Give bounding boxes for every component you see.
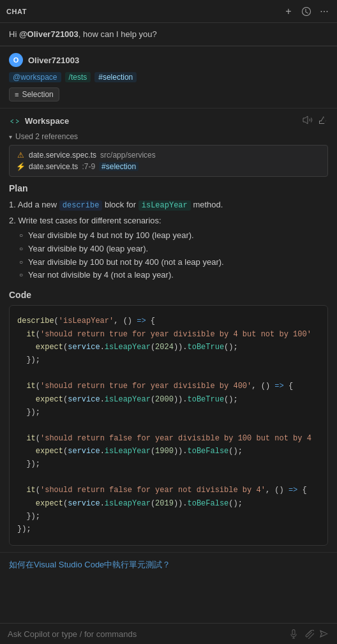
code-block: describe('isLeapYear', () => { it('shoul… xyxy=(9,305,328,546)
sub-item-4: Year not divisible by 4 (not a leap year… xyxy=(19,269,328,282)
sub-list: Year divisible by 4 but not by 100 (leap… xyxy=(9,229,328,282)
plan-num-1: 1. Add a new xyxy=(9,200,59,209)
chat-title: CHAT xyxy=(6,8,27,15)
microphone-icon[interactable] xyxy=(288,629,299,639)
history-icon[interactable] xyxy=(300,5,313,18)
sub-item-3: Year divisible by 100 but not by 400 (no… xyxy=(19,256,328,269)
plan-list: 1. Add a new describe block for isLeapYe… xyxy=(9,198,328,282)
warning-icon: ⚠ xyxy=(16,151,25,160)
code-title: Code xyxy=(9,290,328,300)
avatar: O xyxy=(9,53,23,67)
workspace-code-icon xyxy=(9,116,20,127)
plan-text-1c: method. xyxy=(191,200,223,209)
chevron-icon: ▾ xyxy=(9,133,12,140)
ref-tag-selection: #selection xyxy=(99,162,139,171)
ref-item-2[interactable]: ⚡ date.service.ts :7-9 #selection xyxy=(16,161,321,172)
ref-extra-1: src/app/services xyxy=(100,151,156,160)
tag-tests[interactable]: /tests xyxy=(65,72,91,82)
plan-text-1b: block for xyxy=(102,200,138,209)
selection-label: Selection xyxy=(22,90,53,99)
chat-header: CHAT + ··· xyxy=(0,0,337,23)
plan-title: Plan xyxy=(9,183,328,193)
user-info: O Oliver721003 xyxy=(9,53,328,67)
workspace-title: Workspace xyxy=(9,116,69,127)
workspace-header: Workspace xyxy=(9,115,328,127)
more-options-icon[interactable]: ··· xyxy=(318,5,331,18)
sub-item-1: Year divisible by 4 but not by 100 (leap… xyxy=(19,229,328,243)
ref-filename-1: date.service.spec.ts xyxy=(29,151,96,160)
sub-item-2: Year divisible by 400 (leap year). xyxy=(19,243,328,256)
tag-workspace[interactable]: @workspace xyxy=(9,72,61,82)
welcome-message: Hi @Oliver721003, how can I help you? xyxy=(0,23,337,46)
plan-num-2: 2. Write test cases for different scenar… xyxy=(9,216,161,225)
workspace-block: Workspace ▾ Used 2 references ⚠ date.se xyxy=(0,109,337,552)
username-label: Oliver721003 xyxy=(28,56,79,65)
chat-input[interactable] xyxy=(8,629,283,639)
user-message-block: O Oliver721003 @workspace /tests #select… xyxy=(0,47,337,108)
header-actions: + ··· xyxy=(282,5,331,18)
references-toggle[interactable]: ▾ Used 2 references xyxy=(9,132,328,141)
describe-code: describe xyxy=(59,200,103,211)
help-link[interactable]: 如何在Visual Studio Code中執行單元測試？ xyxy=(9,560,170,569)
workspace-actions xyxy=(303,115,328,127)
input-bar xyxy=(0,623,337,644)
code-section: Code describe('isLeapYear', () => { it('… xyxy=(9,290,328,546)
user-tags: @workspace /tests #selection xyxy=(9,72,328,82)
workspace-name: Workspace xyxy=(25,116,69,126)
attach-icon[interactable] xyxy=(304,629,314,639)
plan-item-1: 1. Add a new describe block for isLeapYe… xyxy=(9,198,328,212)
bolt-icon: ⚡ xyxy=(16,162,25,171)
references-section: ▾ Used 2 references ⚠ date.service.spec.… xyxy=(9,132,328,177)
ref-extra-2: :7-9 xyxy=(82,162,95,171)
selection-badge: ≡ Selection xyxy=(9,87,59,101)
references-list: ⚠ date.service.spec.ts src/app/services … xyxy=(9,145,328,177)
ref-item-1[interactable]: ⚠ date.service.spec.ts src/app/services xyxy=(16,149,321,161)
welcome-username: @Oliver721003 xyxy=(19,29,79,39)
tag-selection-tag[interactable]: #selection xyxy=(94,72,137,82)
isleapyear-code: isLeapYear xyxy=(139,200,191,211)
selection-icon: ≡ xyxy=(15,91,19,98)
ref-filename-2: date.service.ts xyxy=(29,162,78,171)
speaker-icon[interactable] xyxy=(303,115,313,127)
thumbs-up-icon[interactable] xyxy=(318,115,328,127)
plan-item-2: 2. Write test cases for different scenar… xyxy=(9,214,328,282)
plan-section: Plan 1. Add a new describe block for isL… xyxy=(9,183,328,282)
references-label: Used 2 references xyxy=(15,132,78,141)
link-line: 如何在Visual Studio Code中執行單元測試？ xyxy=(0,552,337,577)
send-icon[interactable] xyxy=(319,629,329,639)
new-chat-icon[interactable]: + xyxy=(282,5,295,18)
